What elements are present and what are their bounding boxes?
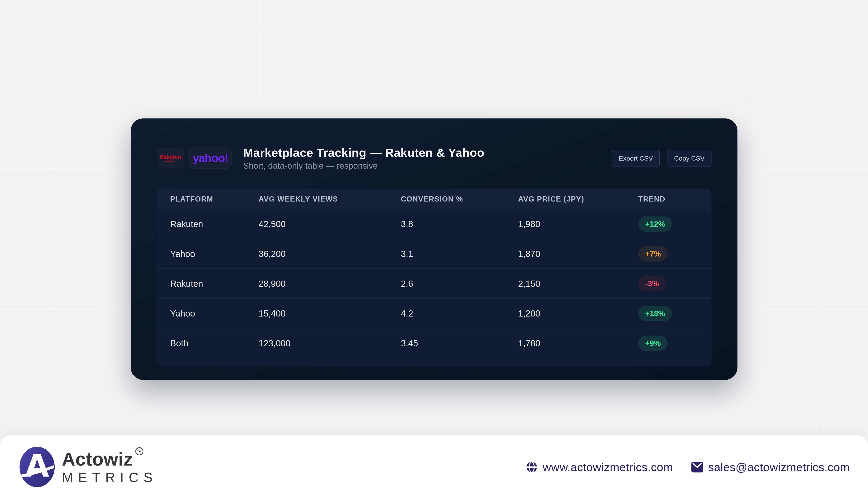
column-header-avg-weekly-views: AVG WEEKLY VIEWS: [245, 195, 387, 203]
column-header-avg-price-jpy: AVG PRICE (JPY): [505, 195, 625, 203]
cell-platform: Yahoo: [157, 308, 245, 319]
trend-badge: +7%: [638, 246, 668, 261]
marketplace-table: PLATFORMAVG WEEKLY VIEWSCONVERSION %AVG …: [157, 189, 711, 366]
rakuten-wordmark: Rakuten: [160, 155, 181, 160]
website-link[interactable]: www.actowizmetrics.com: [543, 461, 673, 474]
copy-csv-button[interactable]: Copy CSV: [667, 150, 711, 167]
actowiz-logo-icon: A: [19, 447, 55, 487]
svg-text:A: A: [25, 448, 49, 484]
brand-tagline: METRICS: [62, 471, 158, 484]
footer: A Actowiz TM METRICS www.actowizmetrics.…: [0, 435, 868, 499]
rakuten-logo: Rakuten: [157, 148, 184, 169]
globe-icon: [526, 461, 538, 473]
email-link[interactable]: sales@actowizmetrics.com: [708, 461, 850, 474]
cell-price: 1,780: [505, 338, 625, 349]
cell-platform: Rakuten: [157, 219, 245, 229]
email-link-group: sales@actowizmetrics.com: [691, 461, 850, 474]
cell-conversion: 3.8: [387, 219, 505, 229]
cell-platform: Yahoo: [157, 248, 245, 259]
export-csv-button[interactable]: Export CSV: [612, 150, 660, 167]
trend-badge: -3%: [638, 276, 666, 291]
cell-views: 15,400: [245, 308, 387, 319]
cell-trend: +7%: [625, 246, 711, 261]
brand-text: Actowiz TM METRICS: [62, 450, 158, 484]
actowiz-brand: A Actowiz TM METRICS: [19, 447, 158, 487]
cell-trend: +9%: [625, 336, 711, 351]
cell-conversion: 4.2: [387, 308, 505, 319]
mail-icon: [691, 462, 703, 473]
page-title: Marketplace Tracking — Rakuten & Yahoo: [243, 146, 484, 159]
table-row: Rakuten28,9002.62,150-3%: [157, 268, 711, 298]
rakuten-underline-swoosh: [164, 161, 174, 162]
cell-conversion: 2.6: [387, 278, 505, 289]
cell-price: 1,980: [505, 219, 625, 229]
title-block: Marketplace Tracking — Rakuten & Yahoo S…: [243, 146, 484, 170]
table-body: Rakuten42,5003.81,980+12%Yahoo36,2003.11…: [157, 209, 711, 358]
brand-name: Actowiz: [62, 450, 133, 468]
cell-trend: +18%: [625, 306, 711, 321]
trend-badge: +18%: [638, 306, 672, 321]
cell-platform: Rakuten: [157, 278, 245, 289]
table-row: Both123,0003.451,780+9%: [157, 328, 711, 358]
cell-price: 1,200: [505, 308, 625, 319]
table-row: Yahoo15,4004.21,200+18%: [157, 298, 711, 328]
column-header-platform: PLATFORM: [157, 195, 245, 203]
table-row: Rakuten42,5003.81,980+12%: [157, 209, 711, 239]
page-background: Rakuten yahoo! Marketplace Tracking — Ra…: [0, 0, 868, 499]
marketplace-card: Rakuten yahoo! Marketplace Tracking — Ra…: [131, 119, 737, 380]
cell-platform: Both: [157, 338, 245, 349]
page-subtitle: Short, data-only table — responsive: [243, 161, 484, 170]
website-link-group: www.actowizmetrics.com: [526, 461, 673, 474]
yahoo-logo: yahoo!: [189, 147, 232, 169]
header-actions: Export CSV Copy CSV: [612, 150, 711, 167]
table-header-row: PLATFORMAVG WEEKLY VIEWSCONVERSION %AVG …: [157, 189, 711, 209]
cell-trend: -3%: [625, 276, 711, 291]
card-header: Rakuten yahoo! Marketplace Tracking — Ra…: [157, 147, 711, 169]
footer-links: www.actowizmetrics.com sales@actowizmetr…: [526, 461, 850, 474]
table-row: Yahoo36,2003.11,870+7%: [157, 239, 711, 268]
cell-conversion: 3.45: [387, 338, 505, 349]
cell-price: 1,870: [505, 248, 625, 259]
column-header-conversion: CONVERSION %: [387, 195, 505, 203]
cell-conversion: 3.1: [387, 248, 505, 259]
cell-views: 28,900: [245, 278, 387, 289]
cell-views: 42,500: [245, 219, 387, 229]
cell-trend: +12%: [625, 216, 711, 232]
column-header-trend: TREND: [625, 195, 711, 203]
cell-price: 2,150: [505, 278, 625, 289]
trend-badge: +12%: [638, 216, 672, 232]
cell-views: 123,000: [245, 338, 387, 349]
cell-views: 36,200: [245, 248, 387, 259]
yahoo-wordmark: yahoo!: [193, 152, 228, 164]
trademark-icon: TM: [135, 447, 144, 455]
trend-badge: +9%: [638, 336, 668, 351]
